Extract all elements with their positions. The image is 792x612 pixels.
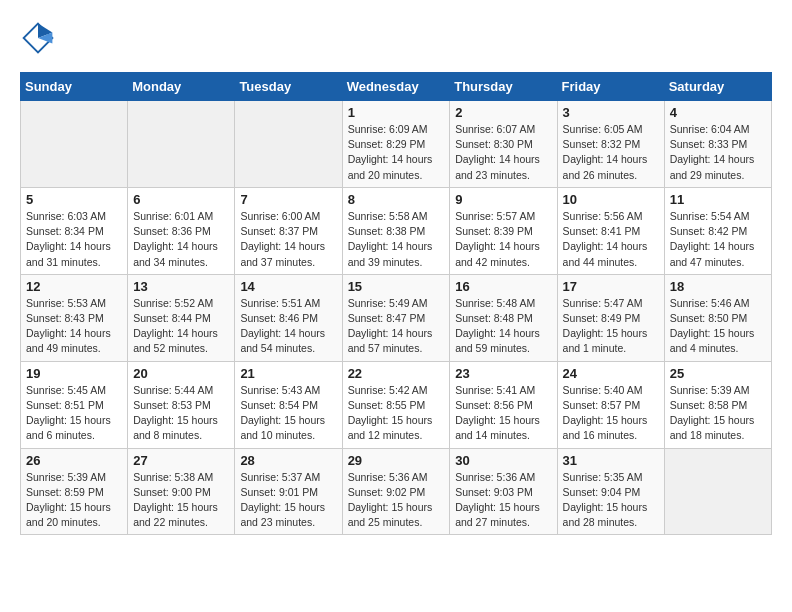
header-saturday: Saturday — [664, 73, 771, 101]
calendar-cell: 29Sunrise: 5:36 AM Sunset: 9:02 PM Dayli… — [342, 448, 450, 535]
calendar-cell: 24Sunrise: 5:40 AM Sunset: 8:57 PM Dayli… — [557, 361, 664, 448]
calendar-cell — [21, 101, 128, 188]
calendar-cell: 17Sunrise: 5:47 AM Sunset: 8:49 PM Dayli… — [557, 274, 664, 361]
day-number: 10 — [563, 192, 659, 207]
calendar-cell: 15Sunrise: 5:49 AM Sunset: 8:47 PM Dayli… — [342, 274, 450, 361]
day-detail: Sunrise: 5:52 AM Sunset: 8:44 PM Dayligh… — [133, 296, 229, 357]
calendar-header: SundayMondayTuesdayWednesdayThursdayFrid… — [21, 73, 772, 101]
day-number: 7 — [240, 192, 336, 207]
calendar-cell: 18Sunrise: 5:46 AM Sunset: 8:50 PM Dayli… — [664, 274, 771, 361]
day-number: 21 — [240, 366, 336, 381]
day-number: 4 — [670, 105, 766, 120]
day-detail: Sunrise: 5:43 AM Sunset: 8:54 PM Dayligh… — [240, 383, 336, 444]
day-number: 23 — [455, 366, 551, 381]
day-number: 22 — [348, 366, 445, 381]
page-header — [20, 20, 772, 56]
day-number: 30 — [455, 453, 551, 468]
day-number: 9 — [455, 192, 551, 207]
calendar-cell: 5Sunrise: 6:03 AM Sunset: 8:34 PM Daylig… — [21, 187, 128, 274]
day-detail: Sunrise: 5:45 AM Sunset: 8:51 PM Dayligh… — [26, 383, 122, 444]
header-monday: Monday — [128, 73, 235, 101]
day-detail: Sunrise: 5:47 AM Sunset: 8:49 PM Dayligh… — [563, 296, 659, 357]
day-detail: Sunrise: 6:09 AM Sunset: 8:29 PM Dayligh… — [348, 122, 445, 183]
day-detail: Sunrise: 5:39 AM Sunset: 8:59 PM Dayligh… — [26, 470, 122, 531]
calendar-cell — [664, 448, 771, 535]
day-number: 2 — [455, 105, 551, 120]
header-row: SundayMondayTuesdayWednesdayThursdayFrid… — [21, 73, 772, 101]
day-detail: Sunrise: 5:44 AM Sunset: 8:53 PM Dayligh… — [133, 383, 229, 444]
calendar-cell: 21Sunrise: 5:43 AM Sunset: 8:54 PM Dayli… — [235, 361, 342, 448]
calendar-cell: 4Sunrise: 6:04 AM Sunset: 8:33 PM Daylig… — [664, 101, 771, 188]
calendar-cell: 20Sunrise: 5:44 AM Sunset: 8:53 PM Dayli… — [128, 361, 235, 448]
day-number: 1 — [348, 105, 445, 120]
calendar-cell: 7Sunrise: 6:00 AM Sunset: 8:37 PM Daylig… — [235, 187, 342, 274]
day-detail: Sunrise: 6:05 AM Sunset: 8:32 PM Dayligh… — [563, 122, 659, 183]
day-detail: Sunrise: 6:03 AM Sunset: 8:34 PM Dayligh… — [26, 209, 122, 270]
logo-icon — [20, 20, 56, 56]
day-detail: Sunrise: 5:36 AM Sunset: 9:03 PM Dayligh… — [455, 470, 551, 531]
day-detail: Sunrise: 6:00 AM Sunset: 8:37 PM Dayligh… — [240, 209, 336, 270]
calendar-cell: 9Sunrise: 5:57 AM Sunset: 8:39 PM Daylig… — [450, 187, 557, 274]
calendar-cell: 6Sunrise: 6:01 AM Sunset: 8:36 PM Daylig… — [128, 187, 235, 274]
calendar-cell: 26Sunrise: 5:39 AM Sunset: 8:59 PM Dayli… — [21, 448, 128, 535]
calendar-body: 1Sunrise: 6:09 AM Sunset: 8:29 PM Daylig… — [21, 101, 772, 535]
day-number: 29 — [348, 453, 445, 468]
day-number: 18 — [670, 279, 766, 294]
day-detail: Sunrise: 5:53 AM Sunset: 8:43 PM Dayligh… — [26, 296, 122, 357]
day-detail: Sunrise: 5:36 AM Sunset: 9:02 PM Dayligh… — [348, 470, 445, 531]
day-detail: Sunrise: 6:04 AM Sunset: 8:33 PM Dayligh… — [670, 122, 766, 183]
calendar-cell: 28Sunrise: 5:37 AM Sunset: 9:01 PM Dayli… — [235, 448, 342, 535]
logo — [20, 20, 62, 56]
day-number: 17 — [563, 279, 659, 294]
day-detail: Sunrise: 5:41 AM Sunset: 8:56 PM Dayligh… — [455, 383, 551, 444]
day-number: 26 — [26, 453, 122, 468]
day-number: 13 — [133, 279, 229, 294]
calendar-cell: 25Sunrise: 5:39 AM Sunset: 8:58 PM Dayli… — [664, 361, 771, 448]
week-row-3: 12Sunrise: 5:53 AM Sunset: 8:43 PM Dayli… — [21, 274, 772, 361]
calendar-cell: 23Sunrise: 5:41 AM Sunset: 8:56 PM Dayli… — [450, 361, 557, 448]
calendar-cell: 16Sunrise: 5:48 AM Sunset: 8:48 PM Dayli… — [450, 274, 557, 361]
day-number: 5 — [26, 192, 122, 207]
header-sunday: Sunday — [21, 73, 128, 101]
calendar-cell — [235, 101, 342, 188]
day-detail: Sunrise: 6:01 AM Sunset: 8:36 PM Dayligh… — [133, 209, 229, 270]
day-detail: Sunrise: 5:58 AM Sunset: 8:38 PM Dayligh… — [348, 209, 445, 270]
day-number: 27 — [133, 453, 229, 468]
calendar-cell: 19Sunrise: 5:45 AM Sunset: 8:51 PM Dayli… — [21, 361, 128, 448]
day-number: 24 — [563, 366, 659, 381]
calendar-cell — [128, 101, 235, 188]
calendar-cell: 13Sunrise: 5:52 AM Sunset: 8:44 PM Dayli… — [128, 274, 235, 361]
day-detail: Sunrise: 5:42 AM Sunset: 8:55 PM Dayligh… — [348, 383, 445, 444]
day-detail: Sunrise: 5:57 AM Sunset: 8:39 PM Dayligh… — [455, 209, 551, 270]
calendar-cell: 27Sunrise: 5:38 AM Sunset: 9:00 PM Dayli… — [128, 448, 235, 535]
day-number: 3 — [563, 105, 659, 120]
week-row-2: 5Sunrise: 6:03 AM Sunset: 8:34 PM Daylig… — [21, 187, 772, 274]
calendar-cell: 11Sunrise: 5:54 AM Sunset: 8:42 PM Dayli… — [664, 187, 771, 274]
week-row-5: 26Sunrise: 5:39 AM Sunset: 8:59 PM Dayli… — [21, 448, 772, 535]
week-row-4: 19Sunrise: 5:45 AM Sunset: 8:51 PM Dayli… — [21, 361, 772, 448]
calendar-cell: 14Sunrise: 5:51 AM Sunset: 8:46 PM Dayli… — [235, 274, 342, 361]
day-number: 16 — [455, 279, 551, 294]
day-detail: Sunrise: 5:51 AM Sunset: 8:46 PM Dayligh… — [240, 296, 336, 357]
day-detail: Sunrise: 5:35 AM Sunset: 9:04 PM Dayligh… — [563, 470, 659, 531]
calendar-cell: 2Sunrise: 6:07 AM Sunset: 8:30 PM Daylig… — [450, 101, 557, 188]
calendar-cell: 10Sunrise: 5:56 AM Sunset: 8:41 PM Dayli… — [557, 187, 664, 274]
day-detail: Sunrise: 5:54 AM Sunset: 8:42 PM Dayligh… — [670, 209, 766, 270]
day-detail: Sunrise: 5:38 AM Sunset: 9:00 PM Dayligh… — [133, 470, 229, 531]
calendar-cell: 3Sunrise: 6:05 AM Sunset: 8:32 PM Daylig… — [557, 101, 664, 188]
calendar-cell: 30Sunrise: 5:36 AM Sunset: 9:03 PM Dayli… — [450, 448, 557, 535]
day-detail: Sunrise: 5:49 AM Sunset: 8:47 PM Dayligh… — [348, 296, 445, 357]
calendar-cell: 22Sunrise: 5:42 AM Sunset: 8:55 PM Dayli… — [342, 361, 450, 448]
day-detail: Sunrise: 6:07 AM Sunset: 8:30 PM Dayligh… — [455, 122, 551, 183]
day-detail: Sunrise: 5:46 AM Sunset: 8:50 PM Dayligh… — [670, 296, 766, 357]
day-number: 8 — [348, 192, 445, 207]
day-number: 14 — [240, 279, 336, 294]
header-tuesday: Tuesday — [235, 73, 342, 101]
week-row-1: 1Sunrise: 6:09 AM Sunset: 8:29 PM Daylig… — [21, 101, 772, 188]
day-number: 11 — [670, 192, 766, 207]
calendar-cell: 8Sunrise: 5:58 AM Sunset: 8:38 PM Daylig… — [342, 187, 450, 274]
header-friday: Friday — [557, 73, 664, 101]
day-number: 20 — [133, 366, 229, 381]
day-detail: Sunrise: 5:56 AM Sunset: 8:41 PM Dayligh… — [563, 209, 659, 270]
day-detail: Sunrise: 5:40 AM Sunset: 8:57 PM Dayligh… — [563, 383, 659, 444]
